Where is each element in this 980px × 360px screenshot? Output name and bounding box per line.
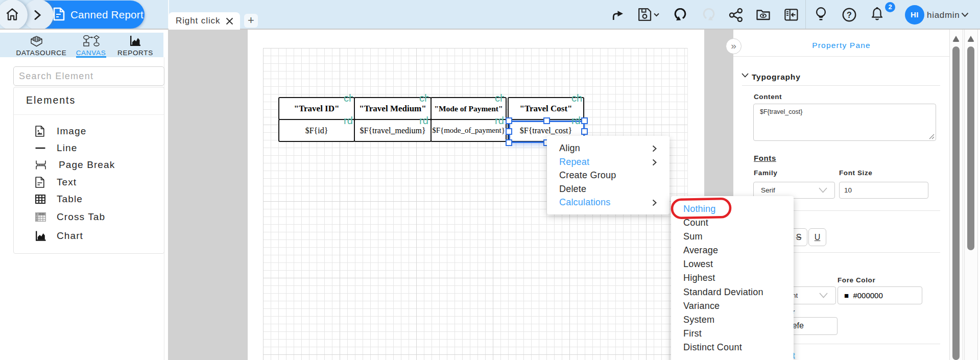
svg-text:?: ? — [847, 11, 852, 19]
